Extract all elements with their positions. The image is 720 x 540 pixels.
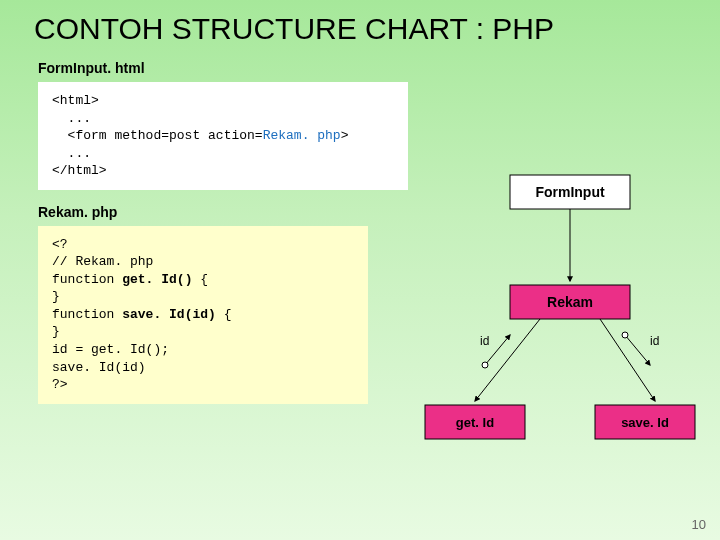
code-line: <form method=post action=	[52, 128, 263, 143]
code-line: ?>	[52, 377, 68, 392]
code-block-html: <html> ... <form method=post action=Reka…	[38, 82, 408, 190]
code-line: id = get. Id();	[52, 342, 169, 357]
code-line: ...	[52, 146, 91, 161]
code-line: {	[192, 272, 208, 287]
code-line: function	[52, 272, 122, 287]
code-line: </html>	[52, 163, 107, 178]
code-line: <html>	[52, 93, 99, 108]
html-file-label: FormInput. html	[38, 60, 720, 76]
edge-label-id-right: id	[650, 334, 659, 348]
code-line: save. Id(id)	[52, 360, 146, 375]
edge-label-id-left: id	[480, 334, 489, 348]
code-line: function	[52, 307, 122, 322]
code-func: get. Id()	[122, 272, 192, 287]
data-couple-circle	[482, 362, 488, 368]
slide-title: CONTOH STRUCTURE CHART : PHP	[0, 0, 720, 46]
code-highlight: Rekam. php	[263, 128, 341, 143]
code-line: // Rekam. php	[52, 254, 153, 269]
node-forminput-label: FormInput	[535, 184, 605, 200]
edge	[600, 319, 655, 401]
node-rekam-label: Rekam	[547, 294, 593, 310]
node-getid-label: get. Id	[456, 415, 494, 430]
code-func: save. Id(id)	[122, 307, 216, 322]
code-line: <?	[52, 237, 68, 252]
data-couple-arrow	[625, 335, 650, 365]
code-line: }	[52, 324, 60, 339]
page-number: 10	[692, 517, 706, 532]
structure-chart-svg: FormInput Rekam id id get. Id save. Id	[420, 165, 700, 465]
code-block-php: <? // Rekam. php function get. Id() { } …	[38, 226, 368, 404]
code-line: ...	[52, 111, 91, 126]
node-saveid-label: save. Id	[621, 415, 669, 430]
data-couple-circle	[622, 332, 628, 338]
edge	[475, 319, 540, 401]
code-line: }	[52, 289, 60, 304]
code-line: {	[216, 307, 232, 322]
code-line: >	[341, 128, 349, 143]
